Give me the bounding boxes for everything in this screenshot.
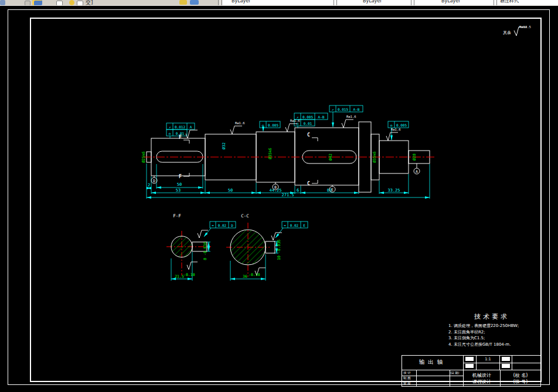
- row-label-check: 审 核: [403, 381, 416, 386]
- dia-seg3: Ø35k6: [268, 148, 273, 159]
- gdt-symbol: =: [284, 223, 286, 227]
- titleblock-blank-cell: [465, 357, 474, 361]
- scale-value: 1:1: [477, 357, 499, 362]
- cad-application-window: 交] ByLayer ByLayer ByLayer 标注样式: [0, 0, 558, 392]
- gdt-value: 0.005: [268, 123, 278, 127]
- gdt-value: 0.01: [304, 121, 312, 125]
- section-cc-title: C-C: [241, 213, 249, 219]
- titleblock-line: [402, 370, 540, 370]
- section-ff-title: F-F: [173, 213, 181, 219]
- row-label-design: 设 计: [403, 371, 416, 375]
- tech-line: 3. 未注倒角为C1.5;: [448, 335, 545, 342]
- tech-line: 4. 未注尺寸公差按GB/T 1804-m.: [448, 342, 545, 348]
- titleblock-line: [464, 363, 540, 363]
- cut-label-f: F: [179, 135, 182, 140]
- top-toolbar: 交] ByLayer ByLayer ByLayer 标注样式: [0, 0, 558, 6]
- dia-seg2: Ø32: [222, 142, 226, 149]
- dia-seg6: Ø35k6: [372, 151, 377, 163]
- gdt-symbol: ◎: [262, 123, 264, 127]
- part-name: 输出轴: [402, 359, 463, 366]
- ra-value: Ra1.6: [391, 128, 401, 131]
- cc-key-width: 10 -0.036: [277, 240, 281, 260]
- diameter-texts: Ø25k6 Ø32 Ø35k6 Ø42 Ø35k6 Ø28: [141, 142, 417, 163]
- gdt-datum-ref: A: [190, 125, 192, 129]
- toolbar-icon[interactable]: [190, 0, 199, 5]
- globe-icon[interactable]: [32, 0, 42, 5]
- toolbar-separator: [494, 0, 496, 5]
- gdt-value: 0.015: [338, 107, 348, 111]
- gdt-symbol: ↗: [297, 115, 299, 119]
- ff-key-width: 8 -0.036: [203, 242, 207, 260]
- datum-a: A: [416, 169, 418, 174]
- gdt-symbol: ↗: [169, 125, 171, 129]
- ff-width-tol: -0.10: [183, 272, 195, 277]
- toolbar-icon[interactable]: [179, 0, 187, 5]
- drawing-canvas[interactable]: 其余 Ra12.5: [0, 5, 558, 392]
- course-line2: 课程设计: [464, 379, 500, 385]
- titleblock-line: [499, 356, 500, 370]
- dim-key1-length: 50: [177, 182, 182, 187]
- titleblock-line: [416, 370, 417, 386]
- toolbar-icon[interactable]: [77, 1, 83, 6]
- titleblock-blank-cell: [502, 357, 510, 361]
- cut-label-f: F: [179, 174, 182, 179]
- cc-width: 36: [243, 274, 247, 279]
- tech-line: 1. 调质处理，表面硬度220-250HBW;: [448, 323, 545, 329]
- dim-overall: 271.5: [281, 193, 294, 197]
- dim-seg2: 50: [228, 188, 233, 193]
- titleblock-line: [512, 356, 512, 370]
- toolbar-separator: [411, 0, 413, 5]
- cc-width-tol: -0.10: [249, 272, 260, 277]
- ra-value: Ra1.6: [346, 115, 356, 118]
- app-icon[interactable]: [0, 0, 5, 5]
- gdt-datum-ref: A-B: [353, 107, 360, 111]
- technical-requirements: 技术要求 1. 调质处理，表面硬度220-250HBW; 2. 未注圆角半径R2…: [448, 312, 545, 347]
- rest-label: 其余: [503, 30, 511, 35]
- cut-label-c: C: [307, 181, 310, 186]
- row-label-draw: 制 图: [403, 376, 416, 380]
- school-placeholder: (校 名): [501, 372, 540, 379]
- datum-d: D: [153, 179, 155, 183]
- gdt-symbol: ◎: [169, 131, 171, 135]
- ff-width: 21.5: [175, 274, 184, 279]
- class-placeholder: (班 号): [501, 379, 540, 385]
- gdt-datum-ref: D: [231, 223, 233, 227]
- dia-right: Ø28: [412, 154, 417, 161]
- dim-stub: 2: [148, 183, 150, 188]
- datum-e: E: [331, 188, 334, 192]
- gdt-value: 0.012: [175, 125, 185, 129]
- gdt-value: 0.005: [302, 115, 313, 119]
- dia-seg4: Ø42: [328, 154, 333, 161]
- toolbar-text-fragment: 交]: [86, 0, 93, 6]
- course-line1: 机械设计: [464, 372, 500, 379]
- gdt-symbol: =: [212, 223, 214, 227]
- gdt-datum-ref: E: [303, 223, 305, 227]
- date-label: (日 期): [450, 371, 463, 374]
- rest-ra-value: Ra12.5: [519, 25, 531, 29]
- dimension-lines: [147, 163, 430, 281]
- dim-gap: 6: [297, 188, 299, 193]
- gdt-datum-ref: A-B: [318, 115, 325, 119]
- toolbar-separator: [334, 0, 336, 5]
- rest-roughness-note: 其余 Ra12.5: [503, 25, 531, 36]
- toolbar-icon[interactable]: [25, 1, 30, 6]
- ra-value: Ra1.6: [235, 121, 245, 125]
- gdt-symbol: ◎: [390, 123, 393, 127]
- gdt-symbol: ↗: [332, 107, 334, 111]
- toolbar-separator: [218, 0, 220, 5]
- cut-marks: F F C C: [179, 132, 318, 186]
- datum-b: B: [274, 185, 277, 190]
- cut-label-c: C: [307, 132, 310, 138]
- tech-title: 技术要求: [474, 312, 545, 321]
- tech-line: 2. 未注圆角半径R2;: [448, 329, 545, 336]
- layer-dropdown[interactable]: ByLayer: [222, 0, 341, 6]
- gdt-value: 0.005: [396, 123, 407, 127]
- titleblock-blank-cell: [465, 364, 474, 368]
- gdt-value: 0.02: [290, 223, 299, 227]
- dimstyle-dropdown[interactable]: 标注样式: [496, 0, 558, 6]
- dim-seg1: 53: [176, 188, 181, 193]
- toolbar-icon[interactable]: [69, 0, 74, 5]
- centerlines: [143, 157, 435, 277]
- toolbar-icon[interactable]: [56, 1, 63, 6]
- gdt-value: 0.02: [218, 223, 227, 227]
